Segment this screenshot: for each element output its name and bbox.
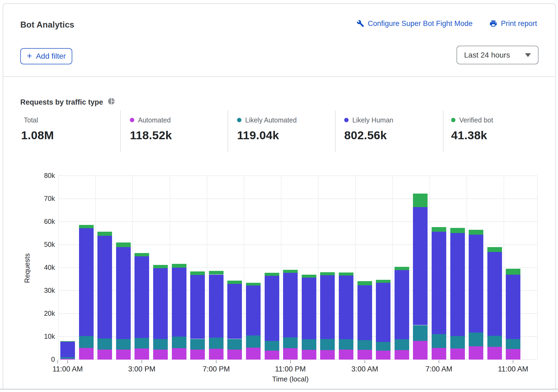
printer-icon — [489, 19, 497, 28]
bot-analytics-page: Bot Analytics Configure Super Bot Fight … — [0, 0, 558, 392]
chevron-down-icon — [525, 53, 531, 57]
header-divider — [3, 76, 555, 77]
legend-dot — [344, 118, 349, 122]
stat-likely-automated: Likely Automated119.04k — [237, 116, 297, 142]
plus-icon: + — [27, 52, 32, 60]
stat-divider — [120, 110, 121, 152]
y-axis-title: Requests — [23, 253, 31, 283]
stat-divider — [443, 110, 444, 152]
stat-label: Likely Human — [352, 116, 393, 124]
stat-label: Total — [24, 116, 38, 124]
stat-total: Total1.08M — [21, 116, 54, 142]
legend-dot — [451, 118, 455, 122]
pie-chart-icon — [107, 97, 115, 107]
stat-label: Verified bot — [459, 116, 493, 124]
print-report-link[interactable]: Print report — [489, 19, 537, 28]
wrench-icon — [357, 20, 364, 27]
stat-label: Likely Automated — [245, 116, 297, 124]
add-filter-label: Add filter — [36, 52, 66, 61]
stat-label: Automated — [138, 116, 171, 124]
stat-divider — [335, 110, 336, 152]
stat-value: 119.04k — [237, 129, 297, 142]
stat-value: 802.56k — [344, 129, 393, 142]
stat-value: 1.08M — [21, 129, 54, 142]
add-filter-button[interactable]: + Add filter — [20, 48, 72, 64]
stat-automated: Automated118.52k — [130, 116, 172, 142]
stat-divider — [228, 110, 228, 152]
stat-likely-human: Likely Human802.56k — [344, 116, 393, 142]
x-axis-title: Time (local) — [250, 375, 331, 383]
configure-super-bot-fight-mode-link[interactable]: Configure Super Bot Fight Mode — [357, 19, 472, 28]
time-range-value: Last 24 hours — [464, 51, 522, 59]
legend-dot — [130, 118, 134, 122]
stat-value: 118.52k — [130, 129, 172, 142]
print-link-label: Print report — [501, 19, 537, 28]
configure-link-label: Configure Super Bot Fight Mode — [368, 19, 472, 28]
stat-value: 41.38k — [451, 129, 493, 142]
section-heading-label: Requests by traffic type — [20, 98, 103, 107]
page-title: Bot Analytics — [20, 20, 74, 30]
section-heading: Requests by traffic type — [20, 97, 115, 107]
legend-dot — [237, 118, 241, 122]
bottom-divider — [0, 389, 558, 390]
time-range-select[interactable]: Last 24 hours — [457, 46, 539, 64]
stat-verified-bot: Verified bot41.38k — [451, 116, 493, 142]
